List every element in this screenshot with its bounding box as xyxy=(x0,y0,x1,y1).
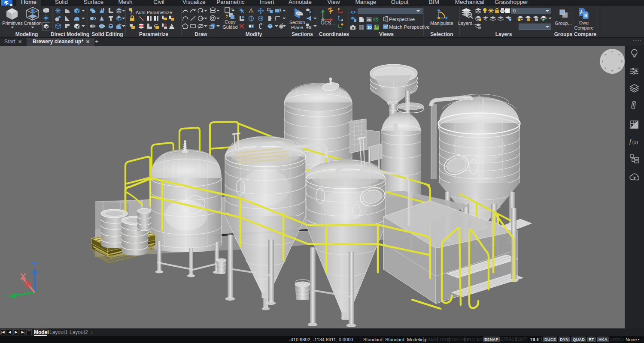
svg-text:2D: 2D xyxy=(367,18,371,22)
svg-text:Y: Y xyxy=(3,293,7,300)
svg-text:3D: 3D xyxy=(367,25,372,30)
svg-text:f: f xyxy=(629,138,632,145)
svg-text:x: x xyxy=(133,12,134,15)
svg-text:(x): (x) xyxy=(632,139,638,145)
svg-text:B: B xyxy=(584,13,587,18)
